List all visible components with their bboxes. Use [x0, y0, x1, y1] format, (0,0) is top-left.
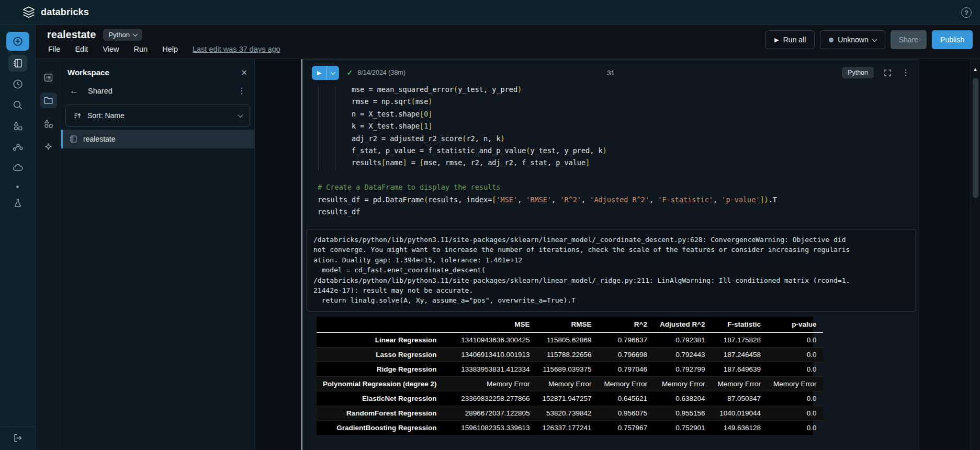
menu-file[interactable]: File	[48, 45, 60, 53]
breadcrumb[interactable]: Shared	[88, 87, 112, 95]
column-header: p-value	[767, 317, 823, 332]
last-edit-link[interactable]: Last edit was 37 days ago	[193, 45, 280, 53]
scroll-up-arrow[interactable]: ▲	[973, 66, 978, 72]
catalog-icon	[43, 118, 54, 129]
table-cell: 0.0	[767, 348, 823, 362]
menu-help[interactable]: Help	[162, 45, 178, 53]
back-arrow-icon[interactable]: ←	[70, 86, 78, 96]
sidebar-item-compute[interactable]	[8, 159, 27, 176]
workspace-panel: Workspace × ← Shared ⋮ Sort: Name	[61, 59, 255, 450]
collapse-sidebar-icon[interactable]	[12, 432, 24, 444]
share-button[interactable]: Share	[891, 30, 927, 49]
execution-count: 31	[607, 69, 614, 77]
code-editor[interactable]: mse = mean_squared_error(y_test, y_pred)…	[318, 84, 914, 218]
assistant-tab[interactable]	[40, 139, 57, 154]
table-cell: 0.0	[767, 332, 823, 348]
workspace-browser-tab[interactable]	[40, 93, 57, 108]
table-header-row: MSERMSER^2Adjusted R^2F-statisticp-value	[317, 317, 823, 332]
brand-name: databricks	[41, 7, 89, 18]
table-cell: 115805.62869	[536, 332, 598, 348]
table-cell: Memory Error	[598, 377, 654, 391]
run-all-button[interactable]: ▶ Run all	[765, 30, 815, 49]
table-cell: 0.792381	[654, 332, 712, 348]
cell-run-timestamp[interactable]: 8/14/2024 (38m)	[357, 69, 405, 76]
run-options-chevron[interactable]	[326, 66, 339, 80]
table-cell: 0.792443	[654, 348, 712, 362]
menu-edit[interactable]: Edit	[75, 45, 88, 53]
close-icon[interactable]: ×	[241, 67, 247, 77]
cluster-selector[interactable]: Unknown	[820, 30, 885, 49]
nav-section-dot	[16, 186, 19, 188]
table-cell: 23369832258.277866	[443, 391, 536, 406]
publish-button[interactable]: Publish	[932, 30, 973, 49]
column-header: R^2	[598, 317, 654, 332]
tree-item-realestate[interactable]: realestate	[61, 130, 254, 148]
table-cell: 2896672037.122805	[443, 406, 536, 421]
row-label: Polynomial Regression (degree 2)	[317, 377, 443, 391]
table-cell: 126337.177241	[536, 421, 598, 435]
notebook-icon	[12, 57, 24, 69]
table-cell: 0.645621	[598, 391, 654, 406]
sort-dropdown[interactable]: Sort: Name	[65, 105, 250, 126]
table-cell: 0.638204	[654, 391, 712, 406]
table-cell: 13406913410.001913	[443, 348, 536, 362]
notebook-title[interactable]: realestate	[47, 29, 96, 41]
table-cell: 0.0	[767, 421, 823, 435]
row-label: GradientBoosting Regression	[317, 421, 443, 435]
sidebar-item-workflows[interactable]	[8, 139, 27, 155]
stderr-line: ation. Duality gap: 1.394e+15, tolerance…	[313, 255, 909, 265]
table-cell: 87.050347	[712, 391, 768, 406]
table-cell: Memory Error	[654, 377, 712, 391]
table-row: Linear Regression13410943636.30042511580…	[317, 332, 823, 348]
table-cell: 0.0	[767, 362, 823, 377]
notebook-cell[interactable]: ▶ ✓ 8/14/2024 (38m) 31 Python	[301, 59, 919, 450]
folder-icon	[43, 95, 54, 106]
search-icon	[12, 99, 24, 111]
databricks-stack-icon	[22, 6, 36, 19]
stderr-line: /databricks/python/lib/python3.11/site-p…	[313, 275, 909, 285]
new-button[interactable]	[6, 32, 29, 51]
cloud-icon	[12, 162, 24, 174]
sidebar-item-workspace[interactable]	[8, 55, 27, 72]
scrollbar-thumb[interactable]	[973, 78, 978, 198]
cell-language-badge[interactable]: Python	[842, 67, 874, 78]
row-label: Lasso Regression	[317, 348, 443, 362]
cell-kebab-menu-icon[interactable]: ⋮	[902, 68, 910, 77]
table-cell: 115788.22656	[536, 348, 598, 362]
menu-run[interactable]: Run	[134, 45, 148, 53]
sidebar-item-search[interactable]	[8, 97, 27, 113]
table-row: Lasso Regression13406913410.001913115788…	[317, 348, 823, 362]
column-header: RMSE	[536, 317, 598, 332]
databricks-logo[interactable]: databricks	[22, 6, 89, 19]
kebab-menu-icon[interactable]: ⋮	[238, 87, 246, 95]
vertical-scrollbar[interactable]: ▲	[971, 59, 980, 450]
table-of-contents-icon[interactable]	[40, 70, 57, 85]
column-header	[317, 317, 443, 332]
sidebar-item-catalog[interactable]	[8, 118, 27, 134]
help-icon[interactable]: ?	[961, 7, 972, 18]
databricks-app: databricks ?	[0, 0, 980, 450]
notebook-language-selector[interactable]: Python	[103, 29, 142, 41]
cell-header: ▶ ✓ 8/14/2024 (38m) 31 Python	[302, 60, 919, 86]
chevron-down-icon	[132, 31, 138, 37]
clock-icon	[12, 78, 24, 90]
rail-bottom	[0, 426, 35, 450]
sidebar-item-experiments[interactable]	[8, 194, 27, 211]
row-label: Linear Regression	[317, 332, 443, 348]
table-cell: 187.246458	[712, 348, 768, 362]
table-cell: 0.955156	[654, 406, 712, 421]
sidebar-item-recents[interactable]	[8, 76, 27, 93]
run-cell-button[interactable]: ▶	[312, 66, 339, 80]
content-row: Workspace × ← Shared ⋮ Sort: Name	[36, 59, 980, 450]
menu-view[interactable]: View	[103, 45, 119, 53]
top-app-bar: databricks ?	[0, 0, 980, 25]
panel-icon-strip	[36, 59, 61, 450]
table-cell: 15961082353.339613	[443, 421, 536, 435]
notebook-icon	[69, 134, 78, 144]
catalog-tab[interactable]	[40, 116, 57, 131]
table-cell: 0.0	[767, 406, 823, 421]
results-dataframe: MSERMSER^2Adjusted R^2F-statisticp-value…	[317, 317, 823, 435]
expand-cell-icon[interactable]	[883, 68, 892, 77]
stderr-line: model = cd_fast.enet_coordinate_descent(	[313, 265, 909, 275]
panel-title: Workspace	[67, 68, 109, 77]
